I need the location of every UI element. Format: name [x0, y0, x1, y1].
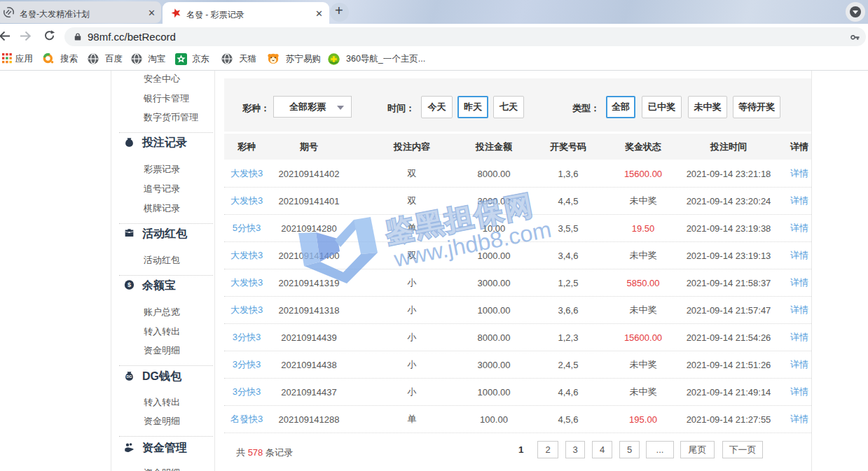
- svg-text:$: $: [128, 281, 131, 288]
- svg-text:DG: DG: [126, 374, 132, 379]
